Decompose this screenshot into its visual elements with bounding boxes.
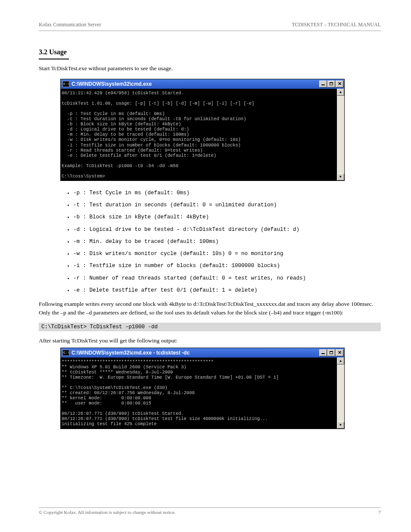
footer-left: © Copyright Kofax. All information is su… <box>39 510 176 515</box>
scroll-down-icon[interactable]: ▼ <box>337 174 344 180</box>
list-item: -b : Block size in kByte (default: 4kByt… <box>73 214 381 221</box>
scroll-track[interactable] <box>337 364 344 422</box>
cmd-icon: C:\ <box>62 350 69 356</box>
title-underline <box>39 59 69 59</box>
cmd-title-text: C:\WINDOWS\system32\cmd.exe <box>72 81 319 87</box>
page-footer: © Copyright Kofax. All information is su… <box>39 507 381 515</box>
scroll-track[interactable] <box>337 96 344 174</box>
scrollbar[interactable]: ▲ ▼ <box>337 358 344 429</box>
list-item: -m : Min. delay to be traced (default: 1… <box>73 238 381 245</box>
minimize-button[interactable] <box>319 81 327 87</box>
close-button[interactable]: ✕ <box>336 349 343 356</box>
list-item: -d : Logical drive to be tested – d:\TcD… <box>73 226 381 233</box>
list-item: -r : Number of read threads started (def… <box>73 275 381 282</box>
cmd-icon: C:\ <box>62 81 69 87</box>
cmd-titlebar: C:\ C:\WINDOWS\system32\cmd.exe - tcdisk… <box>61 348 344 358</box>
scroll-up-icon[interactable]: ▲ <box>337 358 344 364</box>
list-item: -t : Test duration in seconds (default: … <box>73 202 381 208</box>
maximize-button[interactable] <box>327 349 335 356</box>
cmd-output: ****************************************… <box>61 358 337 429</box>
intro-text: Start TcDiskTest.exe without parameters … <box>39 65 381 73</box>
cmd-title-text: C:\WINDOWS\system32\cmd.exe - tcdisktest… <box>72 350 319 356</box>
scroll-up-icon[interactable]: ▲ <box>337 89 344 96</box>
cmd-window-usage: C:\ C:\WINDOWS\system32\cmd.exe ✕ 08/11:… <box>60 79 345 181</box>
example-caption: Following example writes every second on… <box>39 300 381 317</box>
section-title: 3.2 Usage <box>39 48 381 56</box>
header-right: TCDISKTEST – TECHNICAL MANUAL <box>292 22 381 28</box>
code-example: C:\TcDiskTest> TcDiskTest –p1000 -dd <box>39 323 381 331</box>
parameter-list: -p : Test Cycle in ms (default: 0ms) -t … <box>73 190 381 294</box>
figure-caption: After starting TcDiskTest you will get t… <box>39 337 381 344</box>
list-item: -i : Testfile size in number of blocks (… <box>73 262 381 269</box>
scroll-down-icon[interactable]: ▼ <box>337 422 344 429</box>
footer-page-number: 7 <box>379 510 381 515</box>
header-left: Kofax Communication Server <box>39 22 101 28</box>
scrollbar[interactable]: ▲ ▼ <box>337 89 344 180</box>
list-item: -e : Delete testfile after test 0/1 (def… <box>73 287 381 294</box>
list-item: -p : Test Cycle in ms (default: 0ms) <box>73 190 381 196</box>
close-button[interactable]: ✕ <box>336 81 343 87</box>
page-header: Kofax Communication Server TCDISKTEST – … <box>39 22 381 31</box>
list-item: -w : Disk writes/s monitor cycle (defaul… <box>73 250 381 257</box>
minimize-button[interactable] <box>319 349 327 356</box>
window-buttons: ✕ <box>319 81 343 87</box>
cmd-output: 08/11:21:42.429 (e94/958) tcDiskTest Sta… <box>61 89 337 180</box>
maximize-button[interactable] <box>327 81 335 87</box>
window-buttons: ✕ <box>319 349 343 356</box>
cmd-titlebar: C:\ C:\WINDOWS\system32\cmd.exe ✕ <box>61 79 344 89</box>
cmd-window-output: C:\ C:\WINDOWS\system32\cmd.exe - tcdisk… <box>60 348 345 429</box>
